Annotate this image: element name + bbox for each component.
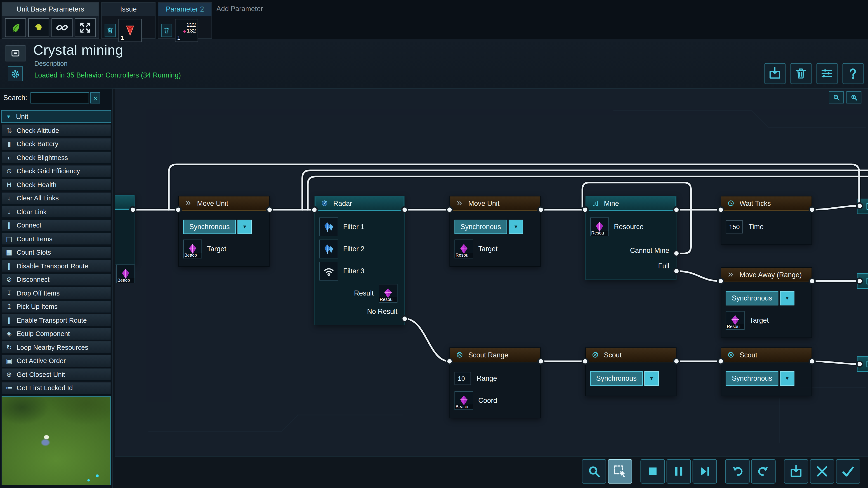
value-field-range[interactable]: 10 xyxy=(455,372,471,385)
sidebar-item-pick-up-items[interactable]: ↥Pick Up Items xyxy=(1,300,111,313)
node-scout-2[interactable]: ScoutSynchronous▼ xyxy=(721,348,812,396)
node-scout-1[interactable]: ScoutSynchronous▼ xyxy=(585,348,677,396)
dropdown-synchronous[interactable]: Synchronous xyxy=(726,371,778,386)
tab-label[interactable]: Issue xyxy=(102,3,155,16)
slot-link[interactable] xyxy=(52,18,72,37)
sidebar-item-drop-off-items[interactable]: ↧Drop Off Items xyxy=(1,287,111,299)
value-field-time[interactable]: 150 xyxy=(726,220,743,234)
tab-label[interactable]: Add Parameter xyxy=(214,2,269,15)
chevron-down-icon[interactable]: ▼ xyxy=(780,371,795,386)
slot-energy[interactable] xyxy=(28,18,49,37)
chevron-down-icon[interactable]: ▼ xyxy=(780,291,795,305)
node-wait-ticks[interactable]: Wait Ticks150Time xyxy=(721,196,812,245)
item-slot-target[interactable]: Resou xyxy=(726,311,745,330)
locked-id-icon: ≔ xyxy=(2,384,17,392)
undo-button[interactable] xyxy=(725,459,749,484)
node-move-unit-2[interactable]: Move UnitSynchronous▼ResouTarget xyxy=(450,196,541,267)
floating-item-slot[interactable]: Beaco xyxy=(116,265,135,283)
node-scout-range[interactable]: Scout Range10RangeBeacoCoord xyxy=(450,348,541,418)
node-stub-right-1[interactable] xyxy=(857,199,868,214)
search-input[interactable] xyxy=(31,92,89,103)
tab-add-parameter[interactable]: Add Parameter xyxy=(214,2,269,39)
sidebar-item-connect[interactable]: ∥Connect xyxy=(1,219,111,232)
zoom-in-button[interactable] xyxy=(846,91,861,103)
chevron-down-icon[interactable]: ▼ xyxy=(645,371,659,386)
item-slot-filter-3[interactable] xyxy=(319,262,338,281)
dropdown-synchronous[interactable]: Synchronous xyxy=(455,220,507,234)
clear-search-button[interactable]: × xyxy=(90,92,100,103)
tab-parameter-2[interactable]: Parameter 2 222 ◆132 1 xyxy=(158,2,212,39)
dropdown-synchronous[interactable]: Synchronous xyxy=(726,291,778,305)
tab-label[interactable]: Unit Base Parameters xyxy=(2,3,98,16)
sidebar-item-clear-all-links[interactable]: ↓Clear All Links xyxy=(1,192,111,204)
zoom-out-button[interactable] xyxy=(829,91,844,103)
close-button[interactable] xyxy=(810,459,834,484)
pause-button[interactable] xyxy=(666,459,691,484)
item-slot-filter-2[interactable] xyxy=(319,239,338,258)
category-header-unit[interactable]: ▼ Unit xyxy=(1,110,111,123)
node-move-unit-1[interactable]: Move UnitSynchronous▼BeacoTarget xyxy=(178,196,270,267)
row-label: Coord xyxy=(478,397,497,404)
altitude-icon: ⇅ xyxy=(2,127,17,134)
node-mine[interactable]: MineResouResourceCannot MineFull xyxy=(585,196,677,280)
sidebar-item-disable-transport-route[interactable]: ∥Disable Transport Route xyxy=(1,260,111,272)
sidebar-item-count-slots[interactable]: ▦Count Slots xyxy=(1,246,111,259)
stop-button[interactable] xyxy=(640,459,665,484)
item-slot-result[interactable]: Resou xyxy=(379,284,397,302)
sidebar-item-get-closest-unit[interactable]: ⊕Get Closest Unit xyxy=(1,368,111,381)
delete-parameter-button[interactable] xyxy=(161,24,172,37)
save-behavior-button[interactable] xyxy=(765,63,785,84)
delete-parameter-button[interactable] xyxy=(105,24,116,37)
sidebar-item-disconnect[interactable]: ⊘Disconnect xyxy=(1,273,111,286)
behavior-settings-button[interactable] xyxy=(816,63,837,84)
sidebar-item-check-battery[interactable]: ▮Check Battery xyxy=(1,138,111,150)
marquee-select-button[interactable] xyxy=(608,459,632,484)
save-canvas-button[interactable] xyxy=(784,459,808,484)
item-slot-target[interactable]: Beaco xyxy=(183,239,202,258)
slot-expand[interactable] xyxy=(75,18,96,37)
sidebar-item-equip-component[interactable]: ◈Equip Component xyxy=(1,327,111,340)
sidebar-item-loop-nearby-resources[interactable]: ↻Loop Nearby Resources xyxy=(1,341,111,354)
sidebar-item-get-active-order[interactable]: ▣Get Active Order xyxy=(1,355,111,367)
chevron-down-icon[interactable]: ▼ xyxy=(509,220,523,234)
sidebar-item-check-grid-efficiency[interactable]: ⊙Check Grid Efficiency xyxy=(1,165,111,177)
issue-parameter-slot[interactable]: 1 xyxy=(119,19,142,42)
sidebar-item-count-items[interactable]: ▤Count Items xyxy=(1,232,111,245)
node-radar[interactable]: RadarFilter 1Filter 2Filter 3ResultResou… xyxy=(314,196,405,325)
tab-label[interactable]: Parameter 2 xyxy=(158,3,211,16)
node-stub-right-3[interactable] xyxy=(857,356,868,372)
redo-button[interactable] xyxy=(751,459,776,484)
item-slot-target[interactable]: Resou xyxy=(455,239,473,258)
sidebar-item-clear-link[interactable]: ↓Clear Link xyxy=(1,205,111,218)
item-slot-coord[interactable]: Beaco xyxy=(455,391,473,410)
slot-leaf[interactable] xyxy=(5,18,26,37)
step-button[interactable] xyxy=(692,459,717,484)
tab-issue[interactable]: Issue 1 xyxy=(101,2,156,39)
zoom-tool-button[interactable] xyxy=(582,459,606,484)
sidebar-item-get-first-locked-id[interactable]: ≔Get First Locked Id xyxy=(1,382,111,394)
count-slots-icon: ▦ xyxy=(2,249,17,256)
gear-icon[interactable] xyxy=(8,66,23,81)
tab-unit-base-parameters[interactable]: Unit Base Parameters xyxy=(2,2,99,39)
sidebar-item-check-health[interactable]: HCheck Health xyxy=(1,178,111,191)
node-move-away-range[interactable]: Move Away (Range)Synchronous▼ResouTarget xyxy=(721,267,812,338)
delete-behavior-button[interactable] xyxy=(790,63,811,84)
description-label[interactable]: Description xyxy=(34,60,68,67)
node-stub-right-2[interactable] xyxy=(857,273,868,289)
row-label: Time xyxy=(748,223,764,231)
parameter2-slot[interactable]: 222 ◆132 1 xyxy=(175,19,198,42)
node-header: Mine xyxy=(586,196,676,211)
confirm-button[interactable] xyxy=(836,459,860,484)
chevron-down-icon[interactable]: ▼ xyxy=(238,220,252,234)
node-clipped-left[interactable] xyxy=(115,195,135,265)
sidebar-item-check-blightness[interactable]: ◐Check Blightness xyxy=(1,151,111,164)
minimap-image[interactable] xyxy=(2,396,111,485)
dropdown-synchronous[interactable]: Synchronous xyxy=(183,220,236,234)
item-slot-resource[interactable]: Resou xyxy=(590,217,609,236)
sidebar-item-check-altitude[interactable]: ⇅Check Altitude xyxy=(1,124,111,137)
behavior-canvas[interactable]: Move UnitSynchronous▼BeacoTargetRadarFil… xyxy=(115,89,868,457)
help-button[interactable] xyxy=(842,63,864,84)
dropdown-synchronous[interactable]: Synchronous xyxy=(590,371,643,386)
item-slot-filter-1[interactable] xyxy=(319,217,338,236)
sidebar-item-enable-transport-route[interactable]: ∥Enable Transport Route xyxy=(1,314,111,326)
